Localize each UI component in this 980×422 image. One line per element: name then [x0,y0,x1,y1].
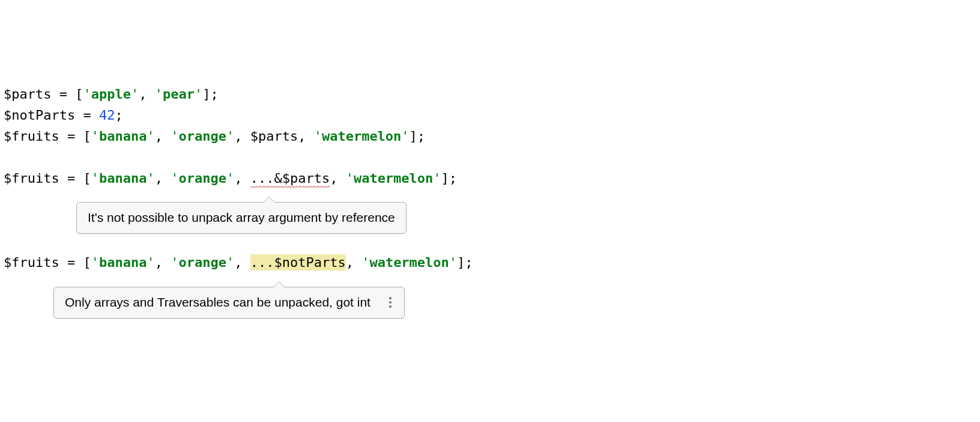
spread-op: ... [250,255,274,270]
string-literal: orange [178,171,226,186]
quote: ' [147,171,154,186]
quote: ' [346,171,354,186]
code-line: $fruits = ['banana', 'orange', $parts, '… [4,126,980,147]
variable: $parts [4,87,51,102]
op: = [ [51,87,83,102]
spread-op: ... [250,171,274,186]
code-line: $parts = ['apple', 'pear']; [4,84,980,105]
quote: ' [91,171,99,186]
tooltip-arrow-icon [273,281,285,287]
quote: ' [433,171,441,186]
comma: , [139,87,155,102]
op: = [ [59,255,91,270]
quote: ' [171,255,178,270]
blank-line [4,231,980,252]
quote: ' [171,129,178,144]
string-literal: apple [91,87,131,102]
quote: ' [83,87,91,102]
quote: ' [155,87,163,102]
quote: ' [361,255,369,270]
comma: , [234,129,250,144]
warning-highlight: ...$notParts [250,254,346,271]
inspection-tooltip-error: It's not possible to unpack array argume… [76,202,407,234]
comma: , [155,171,171,186]
variable: $notParts [274,255,345,270]
comma: , [155,129,171,144]
quote: ' [401,129,409,144]
quote: ' [226,129,234,144]
error-text: &$parts [274,171,330,186]
end: ]; [410,129,426,144]
variable: $fruits [4,129,59,144]
error-squiggle: ...&$parts [250,171,330,188]
code-line: $fruits = ['banana', 'orange', ...&$part… [4,168,980,189]
op: = [ [59,129,91,144]
end: ; [115,108,122,123]
string-literal: banana [99,129,147,144]
code-line: $notParts = 42; [4,105,980,126]
quote: ' [91,129,99,144]
quote: ' [314,129,322,144]
end: ]; [457,255,473,270]
comma: , [330,171,346,186]
comma: , [234,255,250,270]
number-literal: 42 [99,108,115,123]
variable: $fruits [4,255,59,270]
quote: ' [226,171,234,186]
variable: $fruits [4,171,59,186]
blank-line [4,147,980,168]
inspection-tooltip-warning: Only arrays and Traversables can be unpa… [53,287,405,319]
string-literal: orange [178,255,226,270]
code-line: $fruits = ['banana', 'orange', ...$notPa… [4,252,980,274]
comma: , [155,255,171,270]
comma: , [234,171,250,186]
string-literal: pear [163,87,195,102]
quote: ' [171,171,178,186]
comma: , [346,255,362,270]
more-actions-icon[interactable] [383,297,398,308]
quote: ' [91,255,99,270]
quote: ' [195,87,202,102]
string-literal: watermelon [354,171,433,186]
tooltip-text: Only arrays and Traversables can be unpa… [65,293,371,313]
quote: ' [147,255,154,270]
quote: ' [147,129,154,144]
quote: ' [131,87,139,102]
end: ]; [202,87,219,102]
tooltip-text: It's not possible to unpack array argume… [88,208,395,228]
op: = [ [59,171,91,186]
quote: ' [226,255,234,270]
comma: , [298,129,314,144]
string-literal: banana [99,255,147,270]
op: = [75,108,99,123]
tooltip-arrow-icon [263,197,275,203]
string-literal: watermelon [369,255,449,270]
string-literal: orange [178,129,226,144]
variable: $parts [250,129,298,144]
variable: $notParts [4,108,75,123]
end: ]; [441,171,458,186]
string-literal: watermelon [322,129,401,144]
string-literal: banana [99,171,147,186]
quote: ' [449,255,457,270]
